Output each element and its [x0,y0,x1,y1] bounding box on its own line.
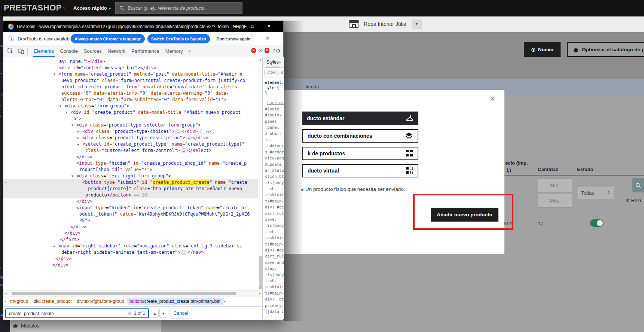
code-line[interactable]: debar-right sidebar-animate text-sm-cent… [3,249,262,256]
minimize-button[interactable]: — [234,24,239,29]
product-type-button[interactable]: ducto estándar [302,112,418,125]
quantity-max-input[interactable]: Máx. [538,194,572,208]
code-line[interactable]: </div> [3,256,262,262]
settings-gear-icon[interactable]: ⚙ [276,48,281,54]
expand-arrow-icon[interactable]: ▶ [54,243,55,249]
code-line[interactable]: _product[create]" class="btn-primary btn… [3,186,262,192]
issues-count[interactable]: 2 [272,48,275,53]
code-line[interactable]: ▼<form name="create_product" method="pos… [3,71,262,77]
maximize-button[interactable]: □ [250,24,256,29]
vertical-scroll-thumb[interactable] [259,256,262,289]
column-header-quantity[interactable]: Cantidad [538,167,559,172]
table-search-button[interactable] [632,178,644,192]
collapse-arrow-icon[interactable]: ▼ [71,173,73,179]
match-language-button[interactable]: Always match Chrome's language [71,34,145,43]
stylesheet-link[interactable]: back.min… [265,100,284,106]
breadcrumb-crumb[interactable]: div#create_product [31,298,74,305]
code-line[interactable]: ▼<div class="text-right form-group"> [3,173,262,179]
product-type-button[interactable]: ducto con combinaciones [302,129,418,143]
code-line[interactable]: <input type="hidden" id="create_product_… [3,160,262,167]
tab-sources[interactable]: Sources [81,45,105,57]
console-error-count[interactable]: 3 [259,48,262,53]
styles-more-tabs-icon[interactable]: » [278,60,281,64]
collapse-arrow-icon[interactable]: ▼ [59,103,61,109]
code-line[interactable]: </form> [3,237,262,243]
code-line[interactable]: ▶<div class="product-type-choices">…</di… [3,128,262,135]
sidebar-item-modules[interactable]: Módulos [21,323,39,329]
code-line[interactable]: </div> [3,224,262,230]
new-product-button[interactable]: ⊕ Nuevo [524,42,561,57]
tab-memory[interactable]: Memory [162,45,186,57]
status-toggle[interactable] [590,219,604,227]
device-toolbar-icon[interactable] [18,48,24,55]
reset-filters-link[interactable]: ✕ Rein [626,198,641,203]
next-match-button[interactable]: ▼ [159,309,167,318]
expand-arrow-icon[interactable]: ▶ [77,135,79,141]
cancel-search-button[interactable]: Cancel [170,308,192,319]
scroll-up-arrow-icon[interactable]: ▲ [259,58,262,61]
code-line[interactable]: ▶<div class="product-type-description">…… [3,135,262,141]
more-tabs-icon[interactable]: » [186,49,193,54]
global-search-input[interactable]: Buscar (p. ej.: referencia de producto, [115,2,242,14]
collapsed-content-ellipsis[interactable]: … [186,135,192,140]
code-line[interactable]: ▶<nav id="right-sidebar" role="navigatio… [3,243,262,249]
code-line[interactable]: ▼<div class="product-type-selector form-… [3,122,262,128]
code-line[interactable]: oduct[_token]" value="kWr4DphyxNDKRJhDlC… [3,211,262,217]
code-line[interactable]: uevo producto" class="form-horizontal cr… [3,77,262,84]
code-line[interactable]: </div> [3,262,262,268]
tab-console[interactable]: Console [57,45,81,57]
tab-styles[interactable]: Styles [266,60,279,65]
quantity-min-input[interactable]: Mín. [538,179,572,192]
code-line[interactable]: </div> [3,154,262,160]
product-type-button[interactable]: k de productos [302,147,418,160]
quick-access-dropdown[interactable]: Acceso rápido ▼ [73,5,112,11]
breadcrumb-left-arrow-icon[interactable]: ◂ [3,299,7,303]
hover-state-chip[interactable]: :hov [264,70,277,75]
scroll-left-arrow-icon[interactable]: ◂ [5,292,7,295]
shop-switcher-chevron[interactable]: ▼ [412,19,422,29]
tab-network[interactable]: Network [105,45,129,57]
code-line[interactable]: ▶<select id="create_product_type" name="… [3,141,262,147]
vertical-scrollbar[interactable]: ▲ ▼ [258,57,262,290]
console-error-icon[interactable]: ✕ [251,48,256,53]
collapse-arrow-icon[interactable]: ▼ [54,71,55,77]
infobar-close-icon[interactable]: ✕ [265,35,270,41]
status-filter-select[interactable]: Todas⇕ [577,187,614,199]
code-line[interactable]: roduct[shop_id]" value="1"> [3,167,262,173]
column-header-status[interactable]: Estado [577,167,593,172]
code-line[interactable]: producto</button> == $0 [3,192,262,198]
code-line[interactable]: ay: none;"></div> [3,58,262,65]
find-input[interactable]: create_product_create ⊗ 1 of 1 [5,308,149,318]
issues-icon[interactable]: ✕ [265,48,269,53]
breadcrumb-right-arrow-icon[interactable]: ▸ [223,299,227,303]
code-line[interactable]: <input type="hidden" id="create_product_… [3,205,262,211]
close-button[interactable]: ✕ [266,24,272,29]
flex-badge[interactable]: flex [200,129,214,134]
clear-search-icon[interactable]: ⊗ [128,311,132,316]
code-line[interactable]: ⋯<button type="submit" id="create_produc… [3,179,262,186]
code-line[interactable]: </div> [3,230,262,237]
code-line[interactable]: o"> [3,116,262,122]
horizontal-scroll-thumb[interactable] [12,292,236,295]
collapse-arrow-icon[interactable]: ▼ [65,109,67,116]
product-type-button[interactable]: ducto virtual [302,164,418,177]
inspect-element-icon[interactable] [7,48,14,55]
collapsed-content-ellipsis[interactable]: … [181,250,187,255]
breadcrumb-crumb[interactable]: button#create_product_create.btn-primary… [127,298,223,305]
code-line[interactable]: alerts-error="0" data-form-submitted="0"… [3,97,262,103]
code-line[interactable]: ▼<div class="form-group"> [3,103,262,109]
code-line[interactable]: ntent-md-center product-form" novalidate… [3,84,262,90]
tab-performance[interactable]: Performance [128,45,162,57]
collapsed-content-ellipsis[interactable]: … [175,129,181,134]
collapse-arrow-icon[interactable]: ▼ [71,122,73,128]
horizontal-scrollbar[interactable]: ◂ ▸ [3,290,262,296]
kebab-menu-icon[interactable]: ⋮ [281,48,286,54]
code-line[interactable]: <div id="content-message-box"></div> [3,65,262,71]
code-line[interactable]: ▼<div id="create_product" data-modal-tit… [3,109,262,116]
code-line[interactable]: class="custom-select form-control">…</se… [3,147,262,154]
scroll-down-arrow-icon[interactable]: ▼ [259,286,262,290]
optimize-catalog-button[interactable]: Optimizar el catálogo de p [567,42,644,57]
line-options-dots[interactable]: ⋯ [5,179,7,186]
scroll-right-arrow-icon[interactable]: ▸ [259,292,261,295]
previous-match-button[interactable]: ▲ [151,309,159,318]
